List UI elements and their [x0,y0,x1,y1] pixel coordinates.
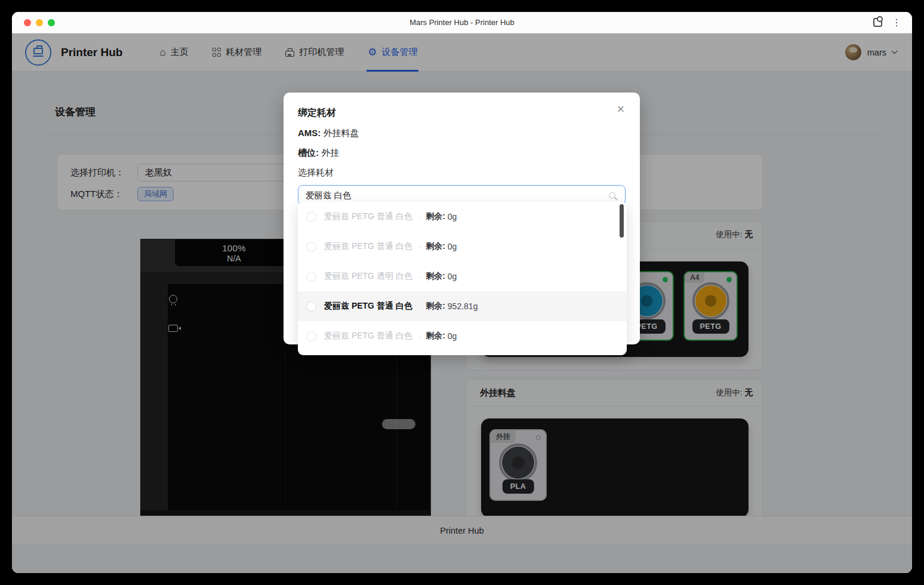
dropdown-scrollbar[interactable] [620,204,624,238]
filament-option[interactable]: 爱丽兹 PETG 透明 白色 · 剩余: 0g [298,261,627,291]
window-title: Mars Printer Hub - Printer Hub [12,18,912,27]
titlebar: Mars Printer Hub - Printer Hub ⋮ [12,12,912,33]
close-icon[interactable]: × [612,101,629,118]
extensions-icon[interactable] [873,18,882,27]
radio-icon [306,272,316,282]
search-input-value: 爱丽兹 白色 [306,190,609,201]
radio-icon [306,331,316,341]
radio-icon [306,301,316,312]
modal-ams-line: AMS: 外挂料盘 [298,128,626,139]
filament-options-dropdown: 爱丽兹 PETG 普通 白色 · 剩余: 0g 爱丽兹 PETG 普通 白色 ·… [298,202,627,355]
radio-icon [306,242,316,252]
filament-option[interactable]: 爱丽兹 PETG 普通 白色 · 剩余: 0g [298,202,627,232]
filament-option[interactable]: 爱丽兹 PETG 普通 白色 · 剩余: 0g [298,321,627,351]
filament-option[interactable]: 爱丽兹 PETG 普通 白色 · 剩余: 0g [298,232,627,261]
modal-slot-line: 槽位: 外挂 [298,147,626,159]
filament-option-highlighted[interactable]: 爱丽兹 PETG 普通 白色 · 剩余: 952.81g [298,291,627,321]
filament-select-label: 选择耗材 [298,167,626,178]
search-icon [609,192,615,199]
modal-title: 绑定耗材 [298,107,626,119]
browser-window: Mars Printer Hub - Printer Hub ⋮ Printer… [12,12,912,573]
radio-icon [306,212,316,222]
